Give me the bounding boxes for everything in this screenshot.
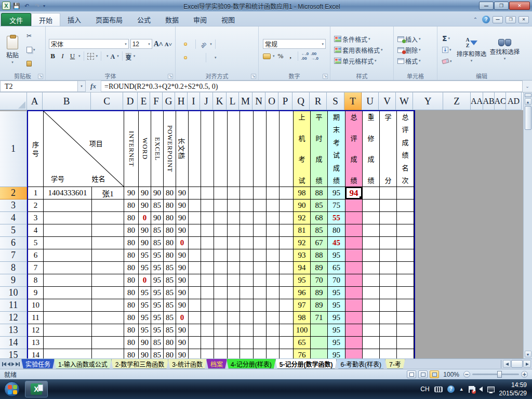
sheet-tab-1-输入函数或公式[interactable]: 1-输入函数或公式 [54,359,112,369]
cell-C3[interactable] [92,200,124,212]
cell-H8[interactable]: 90 [176,262,189,274]
cell-W8[interactable] [397,262,414,274]
cell-G6[interactable]: 80 [164,237,176,249]
cell-F15[interactable]: 85 [151,349,164,358]
align-center-button[interactable] [184,56,187,59]
language-indicator[interactable]: CH [420,385,429,393]
keyboard-icon[interactable] [434,387,443,392]
cell-G10[interactable]: 85 [164,287,176,299]
cell-D6[interactable]: 80 [124,237,139,249]
cell-F14[interactable]: 85 [151,337,164,349]
cell-G2[interactable]: 80 [164,187,176,200]
first-sheet-button[interactable] [2,362,6,366]
column-header-C[interactable]: C [91,92,123,110]
cell-W7[interactable] [397,249,414,262]
sheet-tab-5-记分册(数学函数)[interactable]: 5-记分册(数学函数) [275,359,337,369]
cell-P4[interactable] [280,212,294,224]
cell-U7[interactable] [363,249,380,262]
cell-F5[interactable]: 85 [151,224,164,237]
cell-V11[interactable] [380,299,397,312]
cell-S11[interactable]: 95 [328,299,345,312]
tray-help-icon[interactable]: ? [447,385,455,393]
cell-E14[interactable]: 90 [139,337,151,349]
cell-M5[interactable] [240,224,254,237]
zoom-in-icon[interactable]: + [521,371,528,378]
cell-I14[interactable] [189,337,201,349]
cell-N3[interactable] [254,200,267,212]
cell-U6[interactable] [363,237,380,249]
cell-E12[interactable]: 95 [139,312,151,324]
font-color-button[interactable]: A [111,51,115,61]
cell-O6[interactable] [267,237,280,249]
cell-F13[interactable]: 95 [151,324,164,337]
column-header-AD[interactable]: AD [506,92,522,110]
clipboard-dialog-launcher[interactable]: ↘ [38,74,43,79]
cell-E15[interactable]: 90 [139,349,151,358]
cell-S10[interactable]: 95 [328,287,345,299]
cell-W13[interactable] [397,324,414,337]
cell-R12[interactable]: 71 [311,312,328,324]
formula-bar-expand-icon[interactable]: ⌄ [523,81,532,92]
font-size-combobox[interactable]: 12▾ [130,39,152,49]
cell-D3[interactable]: 80 [124,200,139,212]
cell-S2[interactable]: 95 [328,187,345,200]
cell-R11[interactable]: 89 [311,299,328,312]
cell-P14[interactable] [280,337,294,349]
cell-P2[interactable] [280,187,294,200]
cell-R13[interactable] [311,324,328,337]
cell-R5[interactable]: 85 [311,224,328,237]
cell-C4[interactable] [92,212,124,224]
cell-W4[interactable] [397,212,414,224]
cell-O2[interactable] [267,187,280,200]
cell-H9[interactable]: 90 [176,274,189,287]
book-minimize-button[interactable]: — [493,16,503,23]
cell-E8[interactable]: 95 [139,262,151,274]
cell-U5[interactable] [363,224,380,237]
sheet-tab-3-统计函数[interactable]: 3-统计函数 [168,359,207,369]
cell-M12[interactable] [240,312,254,324]
cell-T15[interactable] [345,349,363,358]
cell-W11[interactable] [397,299,414,312]
cell-I15[interactable] [189,349,201,358]
header-cell-H1[interactable]: 长文档 [176,111,189,187]
cell-K2[interactable] [214,187,228,200]
cell-U9[interactable] [363,274,380,287]
format-painter-button[interactable] [25,59,36,69]
header-cell-T1[interactable]: 总评成绩 [345,111,363,187]
cell-F11[interactable]: 95 [151,299,164,312]
row-header-6[interactable]: 6 [0,237,27,249]
cell-K7[interactable] [214,249,228,262]
cell-Q2[interactable]: 98 [294,187,311,200]
cell-H5[interactable]: 90 [176,224,189,237]
zoom-level[interactable]: 100% [443,371,459,378]
cell-U4[interactable] [363,212,380,224]
cell-C2[interactable]: 张1 [92,187,124,200]
cell-E6[interactable]: 90 [139,237,151,249]
cell-I11[interactable] [189,299,201,312]
cell-K8[interactable] [214,262,228,274]
cell-N12[interactable] [254,312,267,324]
cell-Q10[interactable]: 96 [294,287,311,299]
cell-Q9[interactable]: 95 [294,274,311,287]
cell-O9[interactable] [267,274,280,287]
column-header-Y[interactable]: Y [413,92,443,110]
cell-N15[interactable] [254,349,267,358]
cell-F6[interactable]: 85 [151,237,164,249]
header-cell-K1[interactable] [214,111,228,187]
cell-A7[interactable]: 6 [28,249,44,262]
cell-O14[interactable] [267,337,280,349]
cell-P8[interactable] [280,262,294,274]
cell-O4[interactable] [267,212,280,224]
cell-T5[interactable] [345,224,363,237]
sheet-tab-6-考勤表(样表)[interactable]: 6-考勤表(样表) [336,359,385,369]
column-header-F[interactable]: F [150,92,163,110]
cell-R6[interactable]: 67 [311,237,328,249]
cut-button[interactable]: ✂ [25,31,36,41]
column-header-R[interactable]: R [310,92,327,110]
cell-R7[interactable]: 88 [311,249,328,262]
cell-M2[interactable] [240,187,254,200]
cell-M8[interactable] [240,262,254,274]
cell-L9[interactable] [228,274,240,287]
column-header-P[interactable]: P [278,92,292,110]
cell-W3[interactable] [397,200,414,212]
